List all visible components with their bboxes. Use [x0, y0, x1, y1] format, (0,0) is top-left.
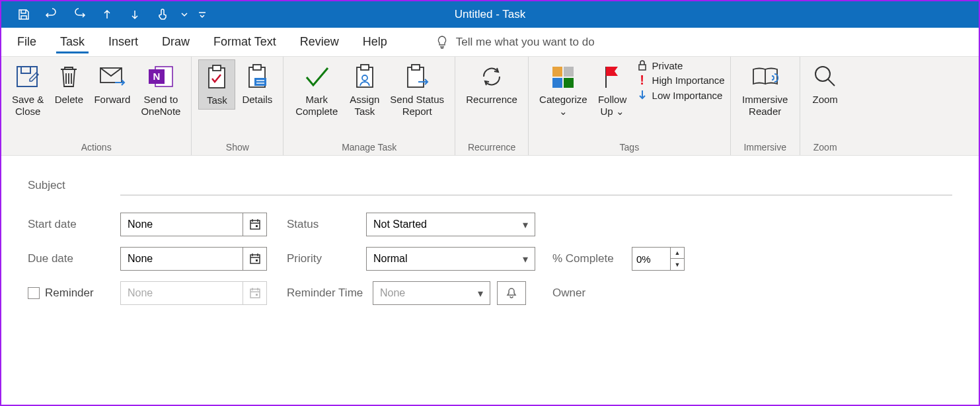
svg-rect-25: [250, 289, 260, 298]
immersive-reader-button[interactable]: Immersive Reader: [737, 59, 793, 120]
task-view-button[interactable]: Task: [198, 59, 235, 110]
forward-button[interactable]: Forward: [90, 59, 134, 108]
assign-task-button[interactable]: Assign Task: [346, 59, 383, 120]
svg-rect-18: [564, 78, 574, 88]
chevron-down-icon: ▾: [516, 253, 535, 265]
private-button[interactable]: Private: [636, 59, 725, 71]
svg-rect-24: [256, 259, 258, 261]
save-close-button[interactable]: Save & Close: [8, 59, 48, 120]
group-actions: Save & Close Delete Forward N Send to On…: [1, 57, 192, 155]
spinner-up[interactable]: ▲: [671, 248, 684, 259]
send-status-button[interactable]: Send Status Report: [386, 59, 448, 120]
tab-review[interactable]: Review: [297, 31, 342, 53]
pct-complete-spinner[interactable]: 0% ▲▼: [632, 247, 685, 271]
svg-rect-14: [412, 65, 420, 70]
reminder-sound-button[interactable]: [497, 281, 526, 305]
svg-rect-17: [552, 78, 562, 88]
chevron-down-icon: ⌄: [616, 106, 624, 117]
spinner-down[interactable]: ▼: [671, 259, 684, 270]
svg-rect-9: [254, 78, 266, 86]
lightbulb-icon: [435, 35, 449, 50]
svg-rect-15: [552, 67, 562, 77]
svg-text:N: N: [153, 71, 161, 82]
ribbon: Save & Close Delete Forward N Send to On…: [1, 57, 979, 156]
start-date-field[interactable]: None: [120, 213, 267, 236]
arrow-up-icon[interactable]: [95, 3, 119, 26]
priority-select[interactable]: Normal ▾: [366, 247, 535, 271]
bell-icon: [506, 287, 517, 299]
tab-format-text[interactable]: Format Text: [211, 31, 279, 53]
tell-me-placeholder: Tell me what you want to do: [456, 36, 595, 49]
chevron-down-icon[interactable]: [178, 3, 190, 26]
group-tags: Categorize⌄ Follow Up ⌄ Private ! High I…: [529, 57, 731, 155]
chevron-down-icon: ▾: [471, 287, 490, 300]
chevron-down-icon: ▾: [516, 219, 535, 231]
subject-label: Subject: [28, 179, 120, 192]
subject-input[interactable]: [120, 176, 952, 195]
undo-icon[interactable]: [40, 3, 63, 26]
group-recurrence: Recurrence Recurrence: [455, 57, 529, 155]
svg-rect-21: [250, 220, 260, 229]
svg-rect-6: [213, 65, 221, 71]
categorize-button[interactable]: Categorize⌄: [535, 59, 591, 120]
tab-insert[interactable]: Insert: [106, 31, 141, 53]
arrow-down-icon: [636, 89, 648, 101]
status-select[interactable]: Not Started ▾: [366, 213, 535, 236]
svg-rect-26: [256, 294, 258, 296]
tab-help[interactable]: Help: [360, 31, 390, 53]
svg-rect-22: [256, 225, 258, 227]
reminder-date-field: None: [120, 281, 267, 305]
redo-icon[interactable]: [67, 3, 91, 26]
status-label: Status: [287, 218, 366, 231]
reminder-checkbox[interactable]: Reminder: [28, 287, 120, 300]
calendar-icon: [243, 282, 266, 304]
touch-mode-icon[interactable]: [151, 3, 174, 26]
svg-rect-8: [253, 65, 261, 70]
svg-rect-16: [564, 67, 574, 77]
send-onenote-button[interactable]: N Send to OneNote: [137, 59, 184, 120]
owner-label: Owner: [552, 287, 632, 300]
svg-point-20: [815, 67, 830, 81]
checkbox-icon: [28, 287, 40, 299]
svg-rect-0: [17, 67, 37, 86]
chevron-down-icon: ⌄: [559, 106, 568, 117]
quick-access-toolbar: [1, 3, 210, 26]
calendar-icon[interactable]: [243, 213, 266, 236]
tab-file[interactable]: File: [15, 31, 39, 53]
due-date-label: Due date: [28, 252, 120, 265]
customize-qat-icon[interactable]: [194, 3, 210, 26]
delete-button[interactable]: Delete: [50, 59, 87, 108]
high-importance-button[interactable]: ! High Importance: [636, 73, 725, 88]
titlebar: Untitled - Task: [1, 1, 979, 28]
due-date-field[interactable]: None: [120, 247, 267, 271]
recurrence-button[interactable]: Recurrence: [462, 59, 521, 108]
window-title: Untitled - Task: [455, 8, 525, 21]
start-date-label: Start date: [28, 218, 120, 231]
reminder-time-select[interactable]: None ▾: [373, 281, 490, 305]
save-icon[interactable]: [12, 3, 36, 26]
task-form: Subject Start date None Status Not Start…: [1, 156, 979, 305]
reminder-time-label: Reminder Time: [287, 287, 373, 300]
follow-up-button[interactable]: Follow Up ⌄: [594, 59, 631, 120]
group-show: Task Details Show: [192, 57, 283, 155]
pct-complete-label: % Complete: [552, 252, 632, 265]
svg-rect-19: [639, 65, 646, 70]
lock-icon: [636, 59, 648, 71]
group-zoom: Zoom Zoom: [800, 57, 850, 155]
tab-task[interactable]: Task: [57, 31, 87, 53]
tell-me-search[interactable]: Tell me what you want to do: [435, 35, 595, 50]
priority-label: Priority: [287, 252, 366, 265]
mark-complete-button[interactable]: Mark Complete: [290, 59, 343, 120]
exclamation-icon: !: [636, 73, 648, 88]
svg-rect-23: [250, 255, 260, 263]
tab-draw[interactable]: Draw: [159, 31, 192, 53]
arrow-down-icon[interactable]: [123, 3, 147, 26]
details-button[interactable]: Details: [238, 59, 276, 108]
zoom-button[interactable]: Zoom: [807, 59, 844, 108]
low-importance-button[interactable]: Low Importance: [636, 89, 725, 101]
ribbon-tabs: File Task Insert Draw Format Text Review…: [1, 28, 979, 57]
svg-rect-11: [361, 65, 369, 70]
calendar-icon[interactable]: [243, 248, 266, 270]
group-manage-task: Mark Complete Assign Task Send Status Re…: [283, 57, 455, 155]
group-immersive: Immersive Reader Immersive: [731, 57, 800, 155]
